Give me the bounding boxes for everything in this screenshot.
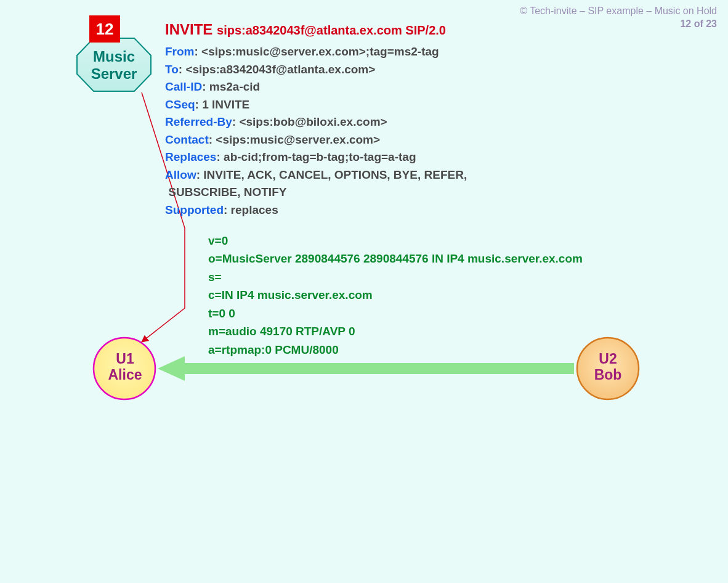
step-number-badge: 12: [89, 15, 120, 43]
music-server-label: Music Server: [77, 48, 151, 82]
hdr-call-id: Call-ID: ms2a-cid: [165, 78, 633, 96]
sdp-v: v=0: [208, 232, 639, 250]
hdr-contact: Contact: <sips:music@server.ex.com>: [165, 131, 633, 149]
hdr-allow-cont: SUBSCRIBE, NOTIFY: [165, 184, 633, 202]
alice-label: U1 Alice: [97, 351, 153, 383]
hdr-allow: Allow: INVITE, ACK, CANCEL, OPTIONS, BYE…: [165, 166, 633, 184]
svg-marker-1: [158, 356, 185, 381]
sip-request-uri: sips:a8342043f@atlanta.ex.com SIP/2.0: [217, 23, 446, 37]
hdr-referred-by: Referred-By: <sips:bob@biloxi.ex.com>: [165, 113, 633, 131]
hdr-from: From: <sips:music@server.ex.com>;tag=ms2…: [165, 43, 633, 61]
sdp-o: o=MusicServer 2890844576 2890844576 IN I…: [208, 250, 639, 267]
sdp-c: c=IN IP4 music.server.ex.com: [208, 286, 639, 304]
sdp-a: a=rtpmap:0 PCMU/8000: [208, 341, 639, 359]
session-arrow: [158, 356, 574, 381]
hdr-to: To: <sips:a8342043f@atlanta.ex.com>: [165, 61, 633, 79]
sip-request-line: INVITE sips:a8342043f@atlanta.ex.com SIP…: [165, 18, 633, 41]
hdr-replaces: Replaces: ab-cid;from-tag=b-tag;to-tag=a…: [165, 149, 633, 166]
hdr-supported: Supported: replaces: [165, 202, 633, 219]
hdr-cseq: CSeq: 1 INVITE: [165, 96, 633, 114]
sdp-t: t=0 0: [208, 304, 639, 322]
credit-text: © Tech-invite – SIP example – Music on H…: [520, 6, 717, 16]
sdp-s: s=: [208, 268, 639, 286]
sdp-body-block: v=0 o=MusicServer 2890844576 2890844576 …: [208, 232, 639, 359]
diagram-stage: © Tech-invite – SIP example – Music on H…: [0, 0, 728, 583]
sip-message-block: INVITE sips:a8342043f@atlanta.ex.com SIP…: [165, 18, 633, 219]
sdp-m: m=audio 49170 RTP/AVP 0: [208, 322, 639, 340]
sip-method: INVITE: [165, 21, 212, 38]
